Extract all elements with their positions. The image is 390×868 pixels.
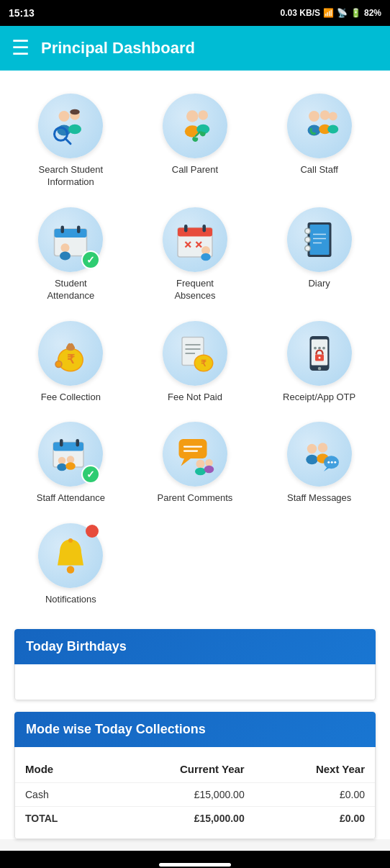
row-next-year: £0.00: [255, 783, 375, 807]
svg-point-17: [327, 125, 338, 134]
svg-point-38: [304, 245, 310, 251]
collections-body: Mode Current Year Next Year Cash £15,000…: [14, 747, 376, 839]
speed-display: 0.03 KB/S: [281, 8, 320, 18]
collections-table: Mode Current Year Next Year Cash £15,000…: [15, 756, 375, 830]
grid-item-receipt-otp[interactable]: Receipt/App OTP: [258, 315, 380, 410]
diary-label: Diary: [308, 278, 330, 290]
staff-messages-icon: [287, 422, 352, 487]
svg-point-44: [66, 345, 75, 351]
call-parent-label: Call Parent: [172, 164, 218, 176]
svg-point-76: [195, 468, 206, 476]
svg-point-47: [56, 361, 62, 367]
svg-point-36: [304, 228, 310, 234]
svg-point-0: [59, 111, 70, 122]
grid-item-call-parent[interactable]: Call Parent: [135, 88, 256, 194]
grid-item-search-student[interactable]: Search Student Information: [10, 88, 132, 194]
svg-point-9: [198, 110, 208, 120]
col-next-year: Next Year: [255, 756, 375, 783]
svg-point-60: [314, 346, 317, 349]
call-staff-icon: [287, 94, 352, 158]
fee-not-paid-label: Fee Not Paid: [168, 392, 222, 404]
total-row: TOTAL £15,000.00 £0.00: [15, 807, 375, 831]
svg-rect-35: [309, 225, 329, 255]
svg-rect-66: [76, 439, 80, 447]
receipt-otp-label: Receipt/App OTP: [283, 392, 355, 404]
time-display: 15:13: [9, 7, 35, 19]
student-attendance-icon: ✓: [38, 207, 103, 272]
svg-point-70: [66, 463, 76, 471]
frequent-absences-icon: [163, 207, 227, 272]
collections-header: Mode wise Today Collections: [14, 712, 376, 747]
menu-button[interactable]: ☰: [12, 38, 30, 58]
grid-item-fee-collection[interactable]: ₹ Fee Collection: [10, 315, 132, 410]
bottom-bar: [0, 851, 390, 868]
col-current-year: Current Year: [107, 756, 255, 783]
diary-icon: [287, 207, 352, 272]
svg-point-23: [60, 251, 71, 260]
student-attendance-label: Student Attendance: [31, 278, 110, 302]
svg-point-22: [61, 243, 70, 252]
collections-section: Mode wise Today Collections Mode Current…: [14, 712, 376, 839]
svg-point-61: [318, 346, 321, 349]
grid-item-staff-attendance[interactable]: ✓ Staff Attendance: [10, 416, 132, 510]
grid-item-frequent-absences[interactable]: Frequent Absences: [135, 202, 256, 308]
grid-item-student-attendance[interactable]: ✓ Student Attendance: [10, 202, 132, 308]
svg-rect-27: [202, 225, 206, 232]
notification-badge: [86, 525, 99, 538]
svg-point-14: [319, 110, 330, 120]
total-mode: TOTAL: [15, 807, 107, 831]
birthdays-section: Today Birthdays: [14, 629, 376, 700]
svg-point-69: [67, 456, 75, 464]
battery-icon: 🔋: [350, 8, 361, 18]
signal-icon: 📡: [337, 8, 348, 18]
page-title: Principal Dashboard: [41, 39, 195, 58]
birthdays-body: [14, 664, 376, 700]
svg-point-79: [307, 444, 317, 454]
svg-marker-72: [181, 458, 191, 466]
battery-level: 82%: [364, 8, 381, 18]
grid-item-parent-comments[interactable]: Parent Comments: [135, 416, 256, 510]
svg-point-87: [334, 461, 336, 464]
svg-rect-20: [61, 225, 65, 233]
notifications-icon: [38, 523, 103, 588]
notifications-label: Notifications: [45, 594, 96, 606]
call-staff-label: Call Staff: [300, 164, 338, 176]
svg-point-7: [186, 110, 199, 122]
fee-not-paid-icon: ₹: [163, 321, 227, 386]
grid-item-fee-not-paid[interactable]: ₹ Fee Not Paid: [135, 315, 256, 410]
svg-rect-89: [68, 538, 73, 543]
receipt-otp-icon: [287, 321, 352, 386]
table-row: Cash £15,000.00 £0.00: [15, 783, 375, 807]
grid-item-diary[interactable]: Diary: [258, 202, 380, 308]
dashboard-grid: Search Student Information Call Parent: [7, 82, 383, 618]
svg-point-86: [330, 461, 332, 464]
svg-point-75: [196, 460, 204, 469]
svg-text:₹: ₹: [67, 352, 75, 365]
grid-item-call-staff[interactable]: Call Staff: [258, 88, 380, 194]
svg-point-85: [327, 461, 330, 464]
collections-title: Mode wise Today Collections: [26, 722, 206, 736]
row-mode: Cash: [15, 783, 107, 807]
search-student-label: Search Student Information: [31, 164, 110, 189]
svg-rect-26: [184, 225, 188, 232]
svg-rect-56: [311, 339, 327, 365]
svg-point-68: [58, 464, 68, 471]
staff-attendance-label: Staff Attendance: [37, 492, 105, 505]
row-current-year: £15,000.00: [107, 783, 255, 807]
svg-rect-21: [77, 225, 81, 233]
svg-rect-25: [178, 227, 212, 236]
main-content: Search Student Information Call Parent: [0, 71, 390, 839]
svg-line-6: [65, 138, 71, 144]
svg-point-4: [71, 109, 81, 115]
grid-item-staff-messages[interactable]: Staff Messages: [258, 416, 380, 510]
home-indicator: [159, 863, 231, 867]
status-icons: 0.03 KB/S 📶 📡 🔋 82%: [281, 8, 381, 18]
svg-point-33: [201, 253, 211, 261]
grid-item-notifications[interactable]: Notifications: [10, 517, 132, 612]
svg-point-78: [204, 466, 214, 474]
svg-point-77: [205, 459, 213, 467]
svg-point-80: [306, 455, 318, 465]
topbar: ☰ Principal Dashboard: [0, 26, 390, 71]
search-student-icon: [38, 94, 103, 158]
fee-collection-label: Fee Collection: [41, 392, 101, 404]
